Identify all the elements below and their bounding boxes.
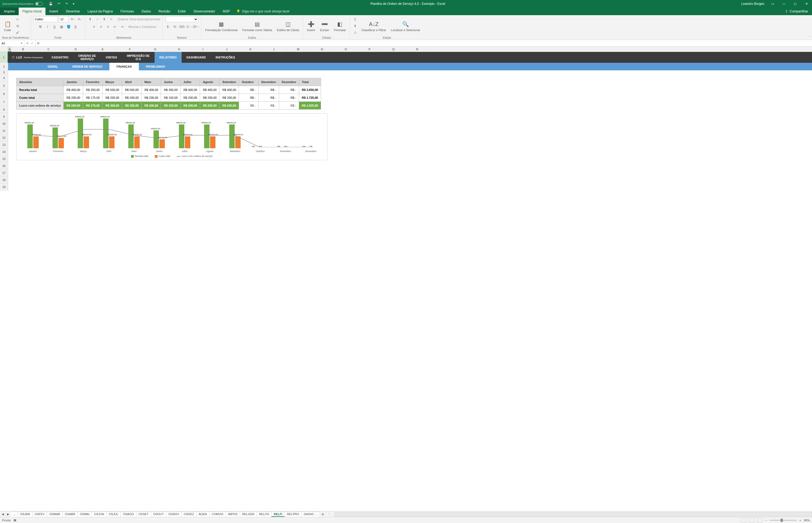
name-box-input[interactable]	[2, 42, 21, 45]
ribbon-options-icon[interactable]: ▭	[769, 2, 776, 6]
row-header[interactable]: 13	[0, 141, 8, 148]
format-table-button[interactable]: ▤Formatar como Tabela	[241, 20, 273, 32]
col-header[interactable]: A	[8, 47, 11, 52]
align-center-icon[interactable]: ≡	[98, 24, 104, 30]
copy-icon[interactable]: ⧉	[15, 23, 21, 29]
increase-decimal-icon[interactable]: .0→	[186, 24, 192, 30]
border-icon[interactable]: ▦	[58, 24, 65, 30]
increase-font-icon[interactable]: A↑	[70, 16, 75, 22]
sheet-tab[interactable]: OSFEV	[33, 512, 47, 517]
sheet-tab[interactable]: DASHC ...	[301, 512, 320, 517]
col-header[interactable]: G	[143, 47, 167, 52]
zoom-slider[interactable]	[770, 520, 797, 521]
close-icon[interactable]: ✕	[804, 2, 810, 6]
subnav-item[interactable]: PROBLEMAS	[139, 63, 172, 70]
currency-icon[interactable]: $	[165, 24, 171, 30]
number-format-select[interactable]	[166, 16, 198, 22]
insert-cells-button[interactable]: ➕Inserir	[305, 20, 317, 32]
sheet-tab[interactable]: COMVIS	[210, 512, 226, 517]
align-top-icon[interactable]: ⬆	[87, 16, 93, 22]
col-header[interactable]: M	[286, 47, 310, 52]
col-header[interactable]: H	[167, 47, 191, 52]
align-left-icon[interactable]: ≡	[91, 24, 97, 30]
row-header[interactable]: 14	[0, 148, 8, 155]
sheet-nav-next-icon[interactable]: ▶	[5, 512, 11, 516]
tab-insert[interactable]: Inserir	[46, 7, 62, 15]
sheet-tab[interactable]: RELFI	[271, 512, 285, 517]
formula-input[interactable]	[41, 42, 810, 45]
minimize-icon[interactable]: —	[781, 2, 787, 6]
row-header[interactable]: 12	[0, 134, 8, 141]
tab-view[interactable]: Exibir	[174, 7, 190, 15]
nav-item[interactable]: DASHBOARD	[182, 52, 211, 63]
sheet-tab[interactable]: OSJAN	[18, 512, 33, 517]
col-header[interactable]: L	[263, 47, 286, 52]
col-header[interactable]: R	[405, 47, 429, 52]
share-button[interactable]: ⇪ Compartilhar	[781, 7, 812, 15]
align-middle-icon[interactable]: ↔	[94, 16, 100, 22]
tab-file[interactable]: Arquivo	[0, 7, 19, 15]
row-header[interactable]: 9	[0, 113, 8, 120]
sheet-tab[interactable]: OSMAI	[78, 512, 92, 517]
row-header[interactable]: 10	[0, 120, 8, 127]
row-header[interactable]: 4	[0, 74, 8, 82]
sheet-tab[interactable]: ...	[11, 512, 18, 517]
merge-center-button[interactable]: Mesclar e Centralizar	[128, 25, 156, 29]
undo-icon[interactable]: ↶	[58, 2, 60, 6]
select-all-corner[interactable]	[0, 47, 8, 52]
new-sheet-icon[interactable]: ⊕	[320, 512, 325, 516]
sheet-tab[interactable]: OSJUN	[92, 512, 106, 517]
row-header[interactable]: 19	[0, 183, 8, 191]
cancel-formula-icon[interactable]: ✕	[26, 41, 29, 45]
redo-icon[interactable]: ↷	[65, 2, 68, 6]
delete-cells-button[interactable]: ➖Excluir	[319, 20, 331, 32]
cut-icon[interactable]: ✂	[15, 17, 21, 22]
clear-icon[interactable]: ◇	[352, 30, 358, 35]
row-header[interactable]: 1	[0, 52, 8, 63]
tab-developer[interactable]: Desenvolvedor	[190, 7, 219, 15]
sheet-nav-prev-icon[interactable]: ◀	[0, 512, 5, 516]
fx-icon[interactable]: fx	[37, 41, 39, 45]
col-header[interactable]: N	[310, 47, 334, 52]
sort-filter-button[interactable]: A↓ZClassificar e Filtrar	[360, 20, 388, 32]
indent-right-icon[interactable]: ⇥	[119, 24, 125, 30]
italic-button[interactable]: I	[45, 24, 50, 30]
sheet-tab[interactable]: OSOUT	[151, 512, 166, 517]
row-header[interactable]: 17	[0, 169, 8, 176]
underline-button[interactable]: S	[51, 24, 57, 30]
align-right-icon[interactable]: ≡	[105, 24, 111, 30]
indent-left-icon[interactable]: ⇤	[112, 24, 118, 30]
find-select-button[interactable]: 🔍Localizar e Selecionar	[389, 20, 422, 32]
col-header[interactable]: B	[11, 47, 35, 52]
sheet-tab[interactable]: RELPRO	[285, 512, 301, 517]
col-header[interactable]: O	[334, 47, 358, 52]
col-header[interactable]: E	[89, 47, 117, 52]
autosave-toggle[interactable]: Salvamento Automático	[2, 2, 43, 6]
row-header[interactable]: 11	[0, 127, 8, 134]
sheet-tab[interactable]: OSMAR	[47, 512, 63, 517]
sheet-tab[interactable]: RELGER	[240, 512, 257, 517]
row-header[interactable]: 15	[0, 155, 8, 162]
nav-item[interactable]: INSTRUÇÕES	[211, 52, 240, 63]
row-header[interactable]: 6	[0, 90, 8, 98]
font-name-select[interactable]	[33, 16, 58, 22]
align-bottom-icon[interactable]: ⬇	[101, 16, 107, 22]
sheet-tab[interactable]: RELOS	[257, 512, 271, 517]
row-header[interactable]: 3	[0, 70, 8, 74]
percent-icon[interactable]: %	[172, 24, 178, 30]
tab-msp[interactable]: MSP	[219, 7, 234, 15]
sheet-tab[interactable]: OSJUL	[107, 512, 121, 517]
wrap-text-button[interactable]: Quebrar Texto Automaticamente	[118, 18, 160, 21]
sheet-tab[interactable]: OSNOV	[166, 512, 182, 517]
row-header[interactable]: 2	[0, 63, 8, 70]
orientation-icon[interactable]: ⤡	[108, 16, 114, 22]
col-header[interactable]: D	[62, 47, 89, 52]
collapse-ribbon-icon[interactable]: ˄	[809, 36, 810, 39]
sheet-tabs-menu-icon[interactable]: ⋮	[325, 512, 332, 516]
nav-item[interactable]: VISITAS	[101, 52, 122, 63]
fill-color-icon[interactable]: 🪣	[66, 24, 71, 30]
row-header[interactable]: 16	[0, 162, 8, 169]
maximize-icon[interactable]: ◻	[792, 2, 798, 6]
col-header[interactable]: Q	[382, 47, 405, 52]
tab-layout[interactable]: Layout da Página	[84, 7, 117, 15]
